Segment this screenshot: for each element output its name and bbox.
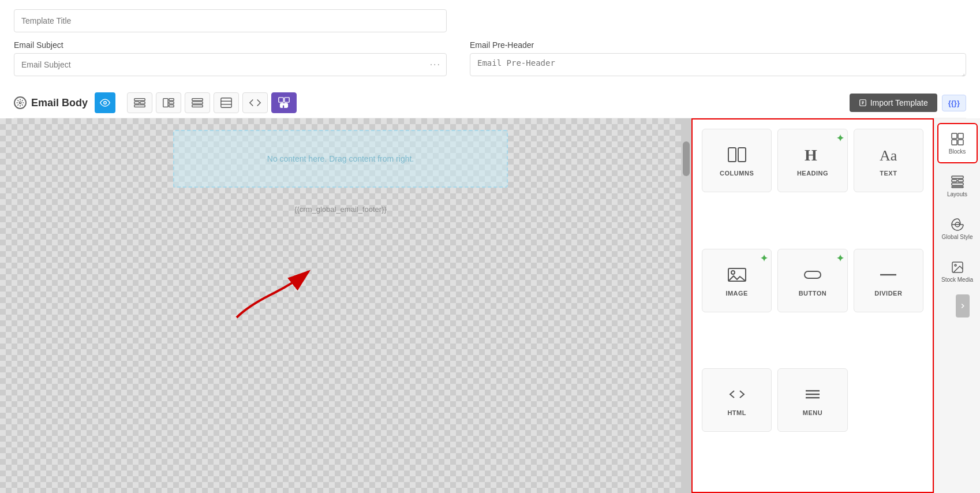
toolbar-layout4[interactable] — [214, 92, 239, 113]
scrollbar-thumb[interactable] — [683, 141, 690, 176]
red-arrow-indicator — [225, 260, 317, 331]
svg-text:Aa: Aa — [880, 147, 897, 164]
email-body-title: Email Body — [14, 96, 88, 109]
svg-rect-39 — [952, 180, 957, 182]
sidebar-stock-media-label: Stock Media — [941, 277, 973, 283]
right-panel: COLUMNS ✦ H HEADING Aa — [691, 118, 980, 493]
svg-rect-34 — [952, 133, 957, 139]
svg-rect-37 — [958, 140, 963, 145]
svg-rect-41 — [952, 183, 963, 185]
placeholder-text: No content here. Drag content from right… — [267, 154, 414, 163]
svg-rect-23 — [728, 148, 736, 162]
svg-rect-4 — [140, 102, 145, 104]
svg-point-1 — [104, 102, 107, 104]
block-divider-label: DIVIDER — [874, 290, 902, 297]
svg-rect-35 — [958, 133, 963, 139]
toolbar-layout2[interactable] — [156, 92, 181, 113]
svg-rect-11 — [192, 102, 203, 104]
template-title-input[interactable] — [14, 9, 447, 32]
image-add-badge: ✦ — [760, 253, 768, 264]
svg-rect-12 — [192, 105, 203, 107]
email-preheader-wrapper: ⌟ — [470, 53, 966, 79]
template-title-row — [14, 9, 966, 32]
text-icon: Aa — [878, 144, 899, 165]
toolbar-layout6[interactable] — [271, 92, 297, 113]
toolbar-layout3[interactable] — [185, 92, 210, 113]
button-add-badge: ✦ — [836, 253, 844, 264]
svg-rect-6 — [163, 99, 168, 107]
sidebar-item-stock-media[interactable]: Stock Media — [937, 251, 978, 292]
block-image[interactable]: ✦ IMAGE — [702, 249, 772, 312]
email-subject-input[interactable] — [14, 53, 447, 76]
svg-rect-40 — [958, 180, 963, 182]
sidebar-item-layouts[interactable]: Layouts — [937, 166, 978, 206]
email-preheader-label: Email Pre-Header — [470, 40, 966, 50]
toolbar-layout5[interactable] — [242, 92, 268, 113]
sidebar-layouts-label: Layouts — [947, 191, 967, 197]
svg-point-0 — [19, 102, 21, 104]
form-row: Email Subject ··· Email Pre-Header ⌟ — [14, 40, 966, 79]
button-icon — [802, 264, 823, 285]
block-text[interactable]: Aa TEXT — [854, 129, 923, 192]
email-subject-label: Email Subject — [14, 40, 447, 50]
svg-rect-2 — [134, 99, 145, 101]
input-dots-icon: ··· — [430, 59, 441, 70]
menu-icon — [802, 384, 823, 405]
email-preheader-input[interactable] — [470, 53, 966, 76]
svg-rect-7 — [169, 99, 174, 101]
toolbar-icons — [127, 92, 297, 113]
settings-icon — [14, 96, 27, 109]
block-menu[interactable]: MENU — [777, 368, 847, 432]
svg-rect-5 — [134, 105, 145, 107]
sidebar-item-global-style[interactable]: Global Style — [937, 208, 978, 249]
heading-icon: H — [802, 144, 823, 165]
toolbar-layout1[interactable] — [127, 92, 152, 113]
sidebar-item-blocks[interactable]: Blocks — [937, 123, 978, 163]
svg-rect-42 — [952, 186, 963, 188]
svg-rect-38 — [952, 176, 963, 178]
email-subject-group: Email Subject ··· — [14, 40, 447, 79]
divider-icon — [878, 264, 899, 285]
sidebar-blocks-label: Blocks — [949, 148, 966, 155]
block-menu-label: MENU — [803, 409, 822, 416]
block-columns[interactable]: COLUMNS — [702, 129, 772, 192]
svg-text:H: H — [805, 146, 817, 164]
block-button[interactable]: ✦ BUTTON — [777, 249, 847, 312]
editor-area: No content here. Drag content from right… — [0, 118, 980, 493]
block-text-label: TEXT — [880, 170, 897, 177]
import-template-button[interactable]: Import Template — [850, 94, 937, 112]
block-heading-label: HEADING — [797, 170, 828, 177]
canvas-area: No content here. Drag content from right… — [0, 118, 681, 493]
image-icon — [727, 264, 747, 285]
scrollbar[interactable] — [681, 118, 691, 493]
email-body-label: Email Body — [31, 97, 88, 109]
block-heading[interactable]: ✦ H HEADING — [777, 129, 847, 192]
page-container: Email Subject ··· Email Pre-Header ⌟ — [0, 0, 980, 493]
resize-handle-icon: ⌟ — [962, 69, 965, 77]
content-placeholder: No content here. Drag content from right… — [173, 130, 508, 188]
svg-rect-9 — [169, 105, 174, 107]
svg-rect-29 — [805, 271, 821, 278]
heading-add-badge: ✦ — [836, 133, 844, 144]
svg-rect-24 — [738, 148, 746, 162]
preview-button[interactable] — [95, 92, 115, 113]
import-template-label: Import Template — [870, 98, 928, 107]
svg-rect-36 — [952, 140, 957, 145]
columns-icon — [727, 144, 747, 165]
sidebar-global-style-label: Global Style — [942, 234, 973, 240]
svg-rect-13 — [221, 98, 231, 108]
email-subject-wrapper: ··· — [14, 53, 447, 76]
curly-braces-button[interactable]: {{}} — [942, 95, 966, 111]
header-right: Import Template {{}} — [850, 94, 966, 112]
svg-rect-3 — [134, 102, 139, 104]
svg-point-28 — [731, 271, 735, 274]
top-form: Email Subject ··· Email Pre-Header ⌟ — [0, 0, 980, 88]
block-columns-label: COLUMNS — [720, 170, 754, 177]
block-html[interactable]: HTML — [702, 368, 772, 432]
svg-rect-10 — [192, 99, 203, 101]
email-body-section: Email Body — [0, 88, 980, 118]
svg-point-46 — [955, 264, 956, 266]
footer-variable: {{crm_global_email_footer}} — [294, 205, 387, 214]
expand-panel-button[interactable] — [956, 294, 970, 318]
block-divider[interactable]: DIVIDER — [854, 249, 923, 312]
